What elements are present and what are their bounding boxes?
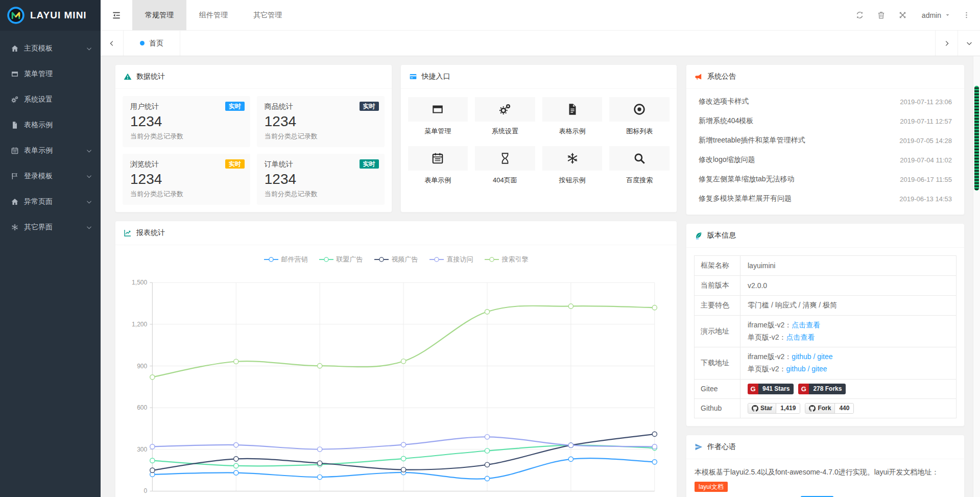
tabs-scroll-right-button[interactable] (935, 31, 958, 56)
quick-entry-icon-box (542, 146, 603, 171)
user-dropdown[interactable]: admin (914, 0, 959, 31)
report-panel: 报表统计 邮件营销 联盟广告 视频广告 直接访问 搜索引擎 0300600900… (115, 221, 677, 497)
version-link[interactable]: 点击查看 (786, 333, 815, 341)
dot-circle-icon (633, 103, 646, 116)
version-row-value: G941 StarsG278 Forks (740, 380, 956, 398)
notice-item[interactable]: 修改logo缩放问题 2019-07-04 11:02 (699, 150, 952, 170)
quick-entry-icon-box (475, 146, 535, 171)
legend-item[interactable]: 直接访问 (429, 255, 473, 264)
version-panel: 版本信息 框架名称 layuimini 当前版本 v2.0.0 主要特色 零门槛… (686, 223, 965, 427)
legend-item[interactable]: 联盟广告 (319, 255, 363, 264)
notice-item[interactable]: 新增系统404模板 2019-07-11 12:57 (699, 111, 952, 131)
gitee-logo-icon: G (798, 384, 809, 394)
sidebar-item-error-page[interactable]: 异常页面 (0, 189, 101, 215)
quick-entry-icon-box (609, 97, 670, 122)
hourglass-icon (498, 152, 512, 165)
quick-entry-icon-box (542, 97, 603, 122)
quick-entry[interactable]: 按钮示例 (542, 146, 603, 185)
legend-marker-icon (319, 256, 333, 263)
window-icon (11, 70, 19, 78)
version-row: 演示地址 iframe版-v2：点击查看单页版-v2：点击查看 (695, 316, 956, 347)
clear-cache-button[interactable] (871, 0, 892, 31)
chevron-down-icon (86, 173, 92, 180)
sidebar: LAYUI MINI 主页模板 菜单管理 系统设置 表格示例 表单示例 登录模板… (0, 0, 101, 497)
quick-entry[interactable]: 表单示例 (408, 146, 468, 185)
quick-entry[interactable]: 系统设置 (475, 97, 535, 136)
nav-tab-regular[interactable]: 常规管理 (132, 0, 186, 30)
sidebar-item-system-setting[interactable]: 系统设置 (0, 87, 101, 112)
author-panel-title: 作者心语 (707, 442, 736, 452)
quick-entry-label: 菜单管理 (408, 127, 468, 136)
chevron-down-icon (86, 45, 92, 52)
version-row: Github Star1,419Fork440 (695, 399, 956, 418)
version-link[interactable]: github (792, 352, 811, 361)
stat-card: 用户统计 实时 1234 当前分类总记录数 (123, 96, 250, 147)
legend-item[interactable]: 邮件营销 (264, 255, 308, 264)
notice-item[interactable]: 修改选项卡样式 2019-07-11 23:06 (699, 92, 952, 111)
tab-home-label: 首页 (149, 39, 163, 48)
version-row-label: 框架名称 (695, 256, 740, 275)
quick-panel-header: 快捷入口 (401, 65, 677, 89)
sidebar-toggle-button[interactable] (101, 0, 132, 30)
link-prefix: 单页版-v2： (748, 365, 786, 373)
tabs-scroll-left-button[interactable] (101, 31, 123, 56)
sidebar-item-login-template[interactable]: 登录模板 (0, 163, 101, 189)
quick-entry[interactable]: 图标列表 (609, 97, 670, 136)
layui-doc-badge[interactable]: layui文档 (695, 482, 728, 492)
stat-card-desc: 当前分类总记录数 (130, 190, 243, 199)
version-link[interactable]: 点击查看 (792, 321, 820, 329)
sidebar-item-home-template[interactable]: 主页模板 (0, 36, 101, 61)
version-link[interactable]: gitee (817, 352, 832, 361)
quick-entry[interactable]: 百度搜索 (609, 146, 670, 185)
app-logo[interactable]: LAYUI MINI (0, 0, 101, 31)
snowflake-icon (11, 223, 19, 231)
legend-item[interactable]: 搜索引擎 (485, 255, 529, 264)
fullscreen-button[interactable] (892, 0, 914, 31)
github-badge[interactable]: Star1,419 (748, 403, 800, 414)
quick-entry-label: 404页面 (475, 176, 535, 185)
notice-text: 新增treetable插件和菜单管理样式 (699, 136, 805, 145)
notice-date: 2019-07-05 14:28 (899, 137, 952, 145)
quick-entry[interactable]: 表格示例 (542, 97, 603, 136)
notice-date: 2019-07-11 23:06 (900, 98, 952, 106)
realtime-badge: 实时 (360, 102, 379, 111)
sidebar-item-menu-manage[interactable]: 菜单管理 (0, 61, 101, 87)
tab-home[interactable]: 首页 (123, 31, 180, 56)
sidebar-item-table-example[interactable]: 表格示例 (0, 112, 101, 138)
nav-tab-other[interactable]: 其它管理 (241, 0, 295, 30)
octocat-icon (752, 405, 758, 412)
page-scrollbar[interactable] (973, 56, 980, 497)
nav-tab-component[interactable]: 组件管理 (186, 0, 241, 30)
quick-entry[interactable]: 404页面 (475, 146, 535, 185)
tabs-dropdown-button[interactable] (958, 31, 980, 56)
more-menu-button[interactable] (959, 0, 974, 31)
sidebar-item-other-interface[interactable]: 其它界面 (0, 215, 101, 240)
chevron-down-icon (86, 148, 92, 154)
notice-item[interactable]: 修复多模块菜单栏展开有问题 2019-06-13 14:53 (699, 189, 952, 208)
notice-item[interactable]: 修复左侧菜单缩放tab无法移动 2019-06-17 11:55 (699, 170, 952, 189)
gitee-badge[interactable]: G278 Forks (798, 384, 846, 394)
sidebar-item-form-example[interactable]: 表单示例 (0, 138, 101, 163)
doc-badge-row: layui文档 (695, 479, 956, 494)
app-root: LAYUI MINI 主页模板 菜单管理 系统设置 表格示例 表单示例 登录模板… (0, 0, 980, 497)
caret-down-icon (945, 12, 950, 18)
github-badge[interactable]: Fork440 (805, 403, 854, 414)
scrollbar-thumb[interactable] (974, 86, 979, 191)
chart-container: 邮件营销 联盟广告 视频广告 直接访问 搜索引擎 03006009001,200… (115, 245, 677, 497)
tabbar-spacer (180, 31, 935, 56)
link-separator: / (811, 352, 818, 361)
quick-panel: 快捷入口 菜单管理 系统设置 表格示例 图标列表 表单示例 404页面 按钮示例… (400, 64, 678, 212)
svg-text:0: 0 (144, 487, 148, 494)
quick-entry-label: 按钮示例 (542, 176, 603, 185)
gitee-badge[interactable]: G941 Stars (748, 384, 794, 394)
version-row: 主要特色 零门槛 / 响应式 / 清爽 / 极简 (695, 296, 956, 316)
legend-item[interactable]: 视频广告 (374, 255, 418, 264)
quick-entry[interactable]: 菜单管理 (408, 97, 468, 136)
notice-date: 2019-07-11 12:57 (900, 117, 952, 125)
legend-label: 视频广告 (392, 255, 418, 264)
active-tab-dot (140, 41, 145, 45)
notice-item[interactable]: 新增treetable插件和菜单管理样式 2019-07-05 14:28 (699, 131, 952, 150)
version-link[interactable]: github (786, 365, 805, 373)
refresh-button[interactable] (849, 0, 871, 31)
version-link[interactable]: gitee (811, 365, 827, 373)
